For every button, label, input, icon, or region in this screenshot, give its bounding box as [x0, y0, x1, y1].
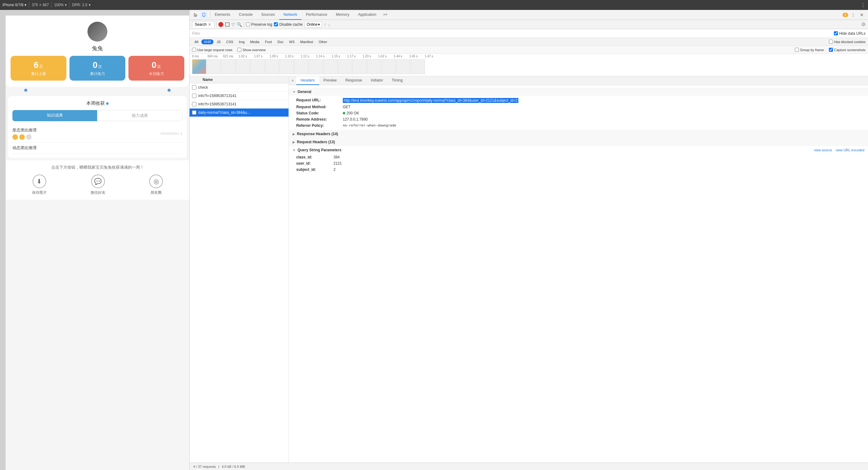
screenshot-15[interactable] — [411, 59, 425, 74]
use-large-rows-checkbox[interactable] — [192, 48, 196, 52]
type-js[interactable]: JS — [214, 39, 223, 44]
cursor-icon[interactable] — [192, 11, 199, 19]
disable-cache-checkbox[interactable] — [274, 22, 278, 26]
filter-icon[interactable]: ▽ — [231, 22, 235, 27]
view-url-encoded-button[interactable]: view URL encoded — [836, 148, 864, 152]
capture-screenshots-label[interactable]: Capture screenshots — [829, 48, 866, 52]
has-blocked-cookies-checkbox[interactable] — [829, 40, 833, 44]
request-check-1[interactable] — [192, 94, 196, 98]
device-icon[interactable] — [200, 11, 208, 19]
close-devtools-button[interactable]: ✕ — [858, 11, 866, 19]
type-font[interactable]: Font — [262, 39, 274, 44]
kebab-icon[interactable]: ⋮ — [849, 11, 857, 19]
type-css[interactable]: CSS — [224, 39, 236, 44]
param-key-1: user_id: — [296, 161, 334, 166]
hide-data-urls-label[interactable]: Hide data URLs — [834, 31, 866, 36]
detail-close-button[interactable]: × — [289, 76, 296, 85]
tab-knowledge[interactable]: 知识成果 — [12, 110, 97, 121]
hide-data-urls-checkbox[interactable] — [834, 31, 838, 35]
show-overview-checkbox[interactable] — [237, 48, 241, 52]
record-button[interactable] — [218, 22, 223, 27]
stats-row: 6天 累计上课 0次 累计练习 — [10, 56, 184, 80]
screenshot-1[interactable] — [207, 59, 221, 74]
screenshot-11[interactable] — [352, 59, 367, 74]
detail-tab-initiator[interactable]: Initiator — [366, 76, 387, 85]
group-by-frame-checkbox[interactable] — [795, 48, 799, 52]
tab-more[interactable]: >> — [381, 10, 390, 20]
preserve-log-label[interactable]: Preserve log — [246, 22, 272, 27]
detail-tab-timing[interactable]: Timing — [388, 76, 407, 85]
settings-icon[interactable]: ⚙ — [861, 22, 866, 27]
screenshot-7[interactable] — [294, 59, 308, 74]
action-moments[interactable]: ◎ 朋友圈 — [149, 174, 163, 195]
tab-performance[interactable]: Performance — [302, 10, 332, 20]
response-headers-section[interactable]: ▶ Response Headers (14) — [289, 130, 868, 138]
tab-console[interactable]: Console — [235, 10, 257, 20]
request-check-2[interactable] — [192, 102, 196, 106]
search-tab[interactable]: Search ✕ — [192, 21, 214, 28]
request-item-2[interactable]: info?t=1589536713141 — [190, 100, 288, 108]
type-ws[interactable]: WS — [287, 39, 297, 44]
online-selector[interactable]: Online ▾ — [305, 22, 322, 28]
screenshot-14[interactable] — [396, 59, 410, 74]
screenshot-12[interactable] — [367, 59, 381, 74]
use-large-rows-label[interactable]: Use large request rows — [192, 48, 232, 52]
screenshot-5[interactable] — [265, 59, 279, 74]
capture-screenshots-checkbox[interactable] — [829, 48, 833, 52]
resize-handle-left[interactable] — [24, 89, 27, 92]
group-by-frame-label[interactable]: Group by frame — [795, 48, 824, 52]
disable-cache-label[interactable]: Disable cache — [274, 22, 303, 27]
query-params-header[interactable]: ▼ Query String Parameters view source vi… — [289, 146, 868, 154]
screenshot-6[interactable] — [280, 59, 294, 74]
request-headers-section[interactable]: ▶ Request Headers (13) — [289, 138, 868, 146]
device-name: iPhone 6/7/8 — [2, 3, 23, 7]
stop-button[interactable] — [225, 22, 229, 27]
type-other[interactable]: Other — [316, 39, 330, 44]
tab-elements[interactable]: Elements — [210, 10, 235, 20]
upload-icon[interactable]: ↑ — [324, 22, 326, 27]
preserve-log-checkbox[interactable] — [246, 22, 250, 26]
has-blocked-cookies-label[interactable]: Has blocked cookies — [829, 40, 866, 44]
zoom-selector[interactable]: 100% ▾ — [54, 3, 67, 7]
view-source-button[interactable]: view source — [814, 148, 832, 152]
more-options-button[interactable]: ⋮ — [861, 2, 866, 8]
request-item-1[interactable]: info?t=1589536713141 — [190, 92, 288, 100]
type-img[interactable]: Img — [237, 39, 247, 44]
screenshot-13[interactable] — [381, 59, 396, 74]
request-item-3[interactable]: daily-normal?class_id=384&u... — [190, 108, 288, 117]
filter-input[interactable] — [192, 31, 832, 36]
dpr-selector[interactable]: DPR: 2.0 ▾ — [72, 3, 90, 7]
screenshot-0[interactable] — [192, 59, 206, 74]
tab-network[interactable]: Network — [279, 10, 302, 20]
request-check-0[interactable] — [192, 85, 196, 90]
tab-ability[interactable]: 能力成果 — [97, 110, 182, 121]
request-check-3[interactable] — [192, 110, 196, 115]
action-save[interactable]: ⬇ 保存图片 — [32, 174, 47, 195]
detail-tab-headers[interactable]: Headers — [296, 76, 319, 85]
screenshot-3[interactable] — [236, 59, 250, 74]
resize-handle-right[interactable] — [167, 89, 170, 92]
type-media[interactable]: Media — [248, 39, 262, 44]
search-icon[interactable]: 🔍 — [237, 22, 242, 27]
general-section-header[interactable]: ▼ General — [289, 88, 868, 96]
detail-tab-response[interactable]: Response — [341, 76, 366, 85]
screenshot-4[interactable] — [250, 59, 265, 74]
show-overview-label[interactable]: Show overview — [237, 48, 266, 52]
action-wechat[interactable]: 💬 微信好友 — [91, 174, 105, 195]
type-all[interactable]: All — [192, 39, 201, 44]
request-item-0[interactable]: check — [190, 83, 288, 92]
tab-memory[interactable]: Memory — [332, 10, 354, 20]
screenshot-2[interactable] — [221, 59, 236, 74]
screenshot-10[interactable] — [338, 59, 352, 74]
type-manifest[interactable]: Manifest — [298, 39, 316, 44]
download-icon[interactable]: ↓ — [328, 22, 330, 27]
tab-sources[interactable]: Sources — [257, 10, 279, 20]
screenshot-9[interactable] — [323, 59, 338, 74]
screenshot-8[interactable] — [309, 59, 323, 74]
type-xhr[interactable]: XHR — [202, 39, 213, 44]
detail-tab-preview[interactable]: Preview — [319, 76, 341, 85]
search-close-button[interactable]: ✕ — [208, 22, 212, 27]
type-doc[interactable]: Doc — [275, 39, 286, 44]
tab-application[interactable]: Application — [354, 10, 381, 20]
device-selector[interactable]: iPhone 6/7/8 ▾ — [2, 3, 26, 7]
